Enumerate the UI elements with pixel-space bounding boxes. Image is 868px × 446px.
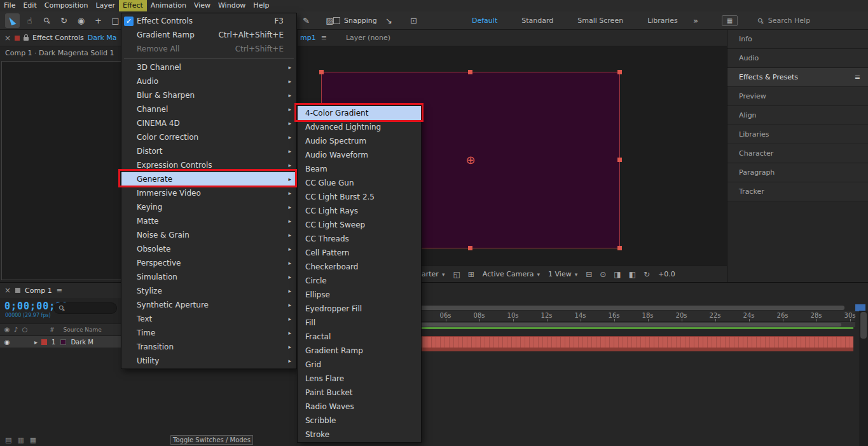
ellipse-submenu-item[interactable]: Ellipse <box>298 288 421 302</box>
generate-menu-item[interactable]: Generate <box>121 172 296 186</box>
selection-handle[interactable] <box>468 70 472 74</box>
grid-submenu-item[interactable]: Grid <box>298 358 421 372</box>
layer-label-color-swatch[interactable] <box>41 339 47 345</box>
4-color-gradient-submenu-item[interactable]: 4-Color Gradient <box>298 106 421 120</box>
distort-menu-item[interactable]: Distort <box>121 144 296 158</box>
layer-menu[interactable]: Layer <box>92 0 119 11</box>
stylize-menu-item[interactable]: Stylize <box>121 284 296 298</box>
paint-bucket-submenu-item[interactable]: Paint Bucket <box>298 386 421 400</box>
effect-controls-menu-item[interactable]: Effect Controls F3 <box>121 14 296 28</box>
help-menu[interactable]: Help <box>249 0 273 11</box>
expression-controls-menu-item[interactable]: Expression Controls <box>121 158 296 172</box>
toggle-in-out-panes-icon[interactable]: ▦ <box>30 436 36 444</box>
window-menu[interactable]: Window <box>214 0 249 11</box>
snap-arrows-icon[interactable]: ↘ <box>382 13 396 28</box>
preview-panel[interactable]: Preview <box>727 87 868 106</box>
selection-handle[interactable] <box>468 246 472 250</box>
fractal-submenu-item[interactable]: Fractal <box>298 330 421 344</box>
audio-panel[interactable]: Audio <box>727 49 868 68</box>
text-menu-item[interactable]: Text <box>121 312 296 326</box>
radio-waves-submenu-item[interactable]: Radio Waves <box>298 400 421 414</box>
cc-glue-gun-submenu-item[interactable]: CC Glue Gun <box>298 176 421 190</box>
pan-behind-tool[interactable]: + <box>91 13 106 28</box>
color-correction-menu-item[interactable]: Color Correction <box>121 130 296 144</box>
toggle-switches-modes-button[interactable]: Toggle Switches / Modes <box>170 435 253 445</box>
fast-previews-icon[interactable]: ↻ <box>644 270 650 279</box>
perspective-menu-item[interactable]: Perspective <box>121 256 296 270</box>
timeline-tab-label[interactable]: Comp 1 <box>25 287 52 295</box>
selection-handle[interactable] <box>617 70 622 74</box>
region-of-interest-icon[interactable]: ◱ <box>453 270 460 279</box>
selection-tool[interactable] <box>5 13 20 28</box>
matte-menu-item[interactable]: Matte <box>121 214 296 228</box>
align-panel[interactable]: Align <box>727 106 868 125</box>
timeline-search-input[interactable]: ♀ <box>53 302 117 314</box>
synthetic-aperture-menu-item[interactable]: Synthetic Aperture <box>121 298 296 312</box>
channel-icon[interactable]: ◧ <box>629 270 636 279</box>
file-menu[interactable]: File <box>0 0 19 11</box>
transparency-grid-icon[interactable]: ⊞ <box>468 270 474 279</box>
paragraph-panel[interactable]: Paragraph <box>727 163 868 182</box>
zoom-tool[interactable]: ♀ <box>39 13 54 28</box>
lock-column-icon[interactable] <box>29 326 38 333</box>
snapping-checkbox[interactable] <box>333 17 340 24</box>
cc-light-sweep-submenu-item[interactable]: CC Light Sweep <box>298 218 421 232</box>
eyedropper-fill-submenu-item[interactable]: Eyedropper Fill <box>298 302 421 316</box>
remove-all-menu-item[interactable]: Remove All Ctrl+Shift+E <box>121 42 296 56</box>
layer-tab-label[interactable]: Layer (none) <box>346 34 390 42</box>
menu-item[interactable] <box>121 56 296 60</box>
gradient-ramp-submenu-item[interactable]: Gradient Ramp <box>298 344 421 358</box>
selection-handle[interactable] <box>319 70 324 74</box>
standard-workspace[interactable]: Standard <box>521 17 553 25</box>
utility-menu-item[interactable]: Utility <box>121 354 296 368</box>
cc-light-rays-submenu-item[interactable]: CC Light Rays <box>298 204 421 218</box>
timeline-vertical-scrollbar[interactable] <box>859 311 868 446</box>
composition-menu[interactable]: Composition <box>41 0 92 11</box>
obsolete-menu-item[interactable]: Obsolete <box>121 242 296 256</box>
toggle-layer-switches-icon[interactable]: ▤ <box>5 436 11 444</box>
channel-menu-item[interactable]: Channel <box>121 102 296 116</box>
active-camera-dropdown[interactable]: Active Camera <box>483 270 540 278</box>
layer-name[interactable]: Dark M <box>71 339 93 346</box>
snapshot-icon[interactable]: ⊙ <box>600 270 606 279</box>
character-panel[interactable]: Character <box>727 144 868 163</box>
anchor-point-icon[interactable]: ⊕ <box>465 154 475 166</box>
grid-guides-icon[interactable]: ⊟ <box>586 270 592 279</box>
solo-column-icon[interactable]: ○ <box>20 326 29 333</box>
cell-pattern-submenu-item[interactable]: Cell Pattern <box>298 246 421 260</box>
tracker-panel[interactable]: Tracker <box>727 182 868 201</box>
scribble-submenu-item[interactable]: Scribble <box>298 414 421 428</box>
advanced-lightning-submenu-item[interactable]: Advanced Lightning <box>298 120 421 134</box>
rotation-tool[interactable]: ↻ <box>57 13 71 28</box>
audio-waveform-submenu-item[interactable]: Audio Waveform <box>298 148 421 162</box>
audio-column-icon[interactable]: ♪ <box>11 326 20 333</box>
panel-menu-icon[interactable] <box>57 287 62 295</box>
layer-expander-icon[interactable] <box>34 339 38 346</box>
effect-menu[interactable]: Effect <box>119 0 147 11</box>
source-name-column-header[interactable]: Source Name <box>64 327 102 333</box>
time-menu-item[interactable]: Time <box>121 326 296 340</box>
default-workspace[interactable]: Default <box>472 17 497 25</box>
magnification-dropdown[interactable]: arter <box>422 270 444 278</box>
beam-submenu-item[interactable]: Beam <box>298 162 421 176</box>
stroke-submenu-item[interactable]: Stroke <box>298 428 421 442</box>
simulation-menu-item[interactable]: Simulation <box>121 270 296 284</box>
exposure-value[interactable]: +0.0 <box>658 270 675 278</box>
3d-channel-menu-item[interactable]: 3D Channel <box>121 60 296 74</box>
blur-sharpen-menu-item[interactable]: Blur & Sharpen <box>121 88 296 102</box>
effects-presets-panel[interactable]: Effects & Presets <box>727 68 868 87</box>
cinema-4d-menu-item[interactable]: CINEMA 4D <box>121 116 296 130</box>
libraries-panel[interactable]: Libraries <box>727 125 868 144</box>
close-icon[interactable] <box>4 34 11 43</box>
keying-menu-item[interactable]: Keying <box>121 200 296 214</box>
circle-submenu-item[interactable]: Circle <box>298 274 421 288</box>
info-panel[interactable]: Info <box>727 30 868 49</box>
selection-handle[interactable] <box>617 158 622 162</box>
animation-menu[interactable]: Animation <box>147 0 190 11</box>
transition-menu-item[interactable]: Transition <box>121 340 296 354</box>
view-menu[interactable]: View <box>190 0 214 11</box>
workspace-overflow-chevrons[interactable]: » <box>693 11 698 30</box>
audio-spectrum-submenu-item[interactable]: Audio Spectrum <box>298 134 421 148</box>
immersive-video-menu-item[interactable]: Immersive Video <box>121 186 296 200</box>
gradient-ramp-menu-item[interactable]: Gradient Ramp Ctrl+Alt+Shift+E <box>121 28 296 42</box>
